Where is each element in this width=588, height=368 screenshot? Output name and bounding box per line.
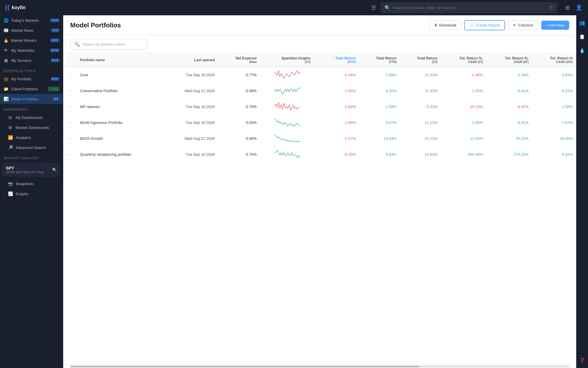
- total-return-1y: 12.43%: [400, 67, 441, 83]
- sidebar-item-market-dashboards[interactable]: › ⊞ Market Dashboards: [0, 122, 63, 132]
- security-analysis-box[interactable]: SPY SPDR S&P 500 ETF Trust 🔍: [2, 163, 61, 177]
- total-return-mtd: -2.27%: [314, 131, 359, 147]
- help-icon-button[interactable]: ❓: [578, 357, 586, 364]
- globe-icon: 🌐: [4, 18, 8, 23]
- row-actions[interactable]: ···: [63, 147, 76, 163]
- sidebar-item-my-portfolio[interactable]: 💼 My Portfolio MYP: [0, 74, 63, 84]
- document-icon-button[interactable]: 📋: [578, 33, 586, 41]
- portfolio-name[interactable]: Core: [76, 67, 163, 83]
- total-return-mtd: -1.68%: [314, 99, 359, 115]
- portfolio-tools-label: PORTFOLIO TOOLS: [0, 65, 63, 74]
- portfolio-search-input[interactable]: [82, 42, 143, 47]
- row-actions[interactable]: ···: [63, 83, 76, 99]
- search-icon: 🔍: [74, 42, 80, 47]
- total-return-mtd: -1.05%: [314, 83, 359, 99]
- add-new-button[interactable]: + Add New: [541, 21, 569, 30]
- sort-down-icon: ↓: [332, 56, 334, 60]
- security-search-icon[interactable]: 🔍: [52, 168, 57, 172]
- droplet-icon-button[interactable]: 💧: [578, 47, 586, 54]
- col-portfolio-name[interactable]: Portfolio name: [76, 53, 163, 67]
- sidebar-item-analytics[interactable]: › 📶 Analytics: [0, 132, 63, 142]
- badge-mys: MYS: [51, 59, 59, 62]
- right-icons-panel: 👥 📋 💧 ❓: [576, 15, 588, 368]
- people-icon-button[interactable]: 👥: [578, 19, 586, 27]
- create-report-label: Create Report: [476, 23, 500, 27]
- col-net-expense-ratio[interactable]: Net ExpenseRatio: [218, 53, 260, 67]
- portfolio-name[interactable]: 80/20 Growth: [76, 131, 163, 147]
- col-total-return-mtd[interactable]: ↓Total Return(MTD): [314, 53, 359, 67]
- sidebar-item-my-dashboards[interactable]: › ⊟ My Dashboards: [0, 112, 63, 122]
- sidebar-item-my-screens[interactable]: ▦ My Screens MYS: [0, 55, 63, 65]
- row-menu-button[interactable]: ···: [67, 135, 73, 142]
- col-sparkline-graphs[interactable]: Sparkline Graphs(1Y): [260, 53, 314, 67]
- col-total-return-ytd[interactable]: Total Return(YTD): [359, 53, 400, 67]
- total-return-ytd: 1.58%: [359, 99, 400, 115]
- sidebar-item-my-watchlists[interactable]: 👁 My Watchlists MYW: [0, 45, 63, 55]
- bar-chart-icon: 📶: [8, 135, 13, 140]
- chevron-right-icon: ›: [4, 126, 4, 129]
- sidebar-item-advanced-search[interactable]: › 🔎 Advanced Search: [0, 142, 63, 152]
- col-cagr-3y[interactable]: Tot. Return %,CAGR (3Y): [441, 53, 487, 67]
- total-return-1y: 15.45%: [400, 83, 441, 99]
- badge-mp: MP: [53, 97, 60, 101]
- cagr-5y: 35.52%: [487, 131, 532, 147]
- cagr-10y: 7.62%: [532, 115, 576, 131]
- col-cagr-5y[interactable]: Tot. Return %,CAGR (5Y): [487, 53, 532, 67]
- portfolio-search-bar[interactable]: 🔍: [70, 39, 147, 49]
- row-actions[interactable]: ···: [63, 99, 76, 115]
- sidebar-item-label: Market Dashboards: [16, 125, 49, 130]
- sidebar-item-client-portfolios[interactable]: 📁 Client Portfolios + New: [0, 84, 63, 94]
- col-total-return-1y[interactable]: Total Return(1Y): [400, 53, 441, 67]
- top-bar: ⟨⟨ koyfin ☰ 🔍 / ⊞ 👤: [0, 0, 588, 15]
- download-button[interactable]: ⬇ Download: [429, 20, 461, 30]
- global-search-bar[interactable]: 🔍 /: [381, 2, 557, 13]
- grid-icon-button[interactable]: ⊞: [564, 3, 571, 12]
- line-chart-icon: 📈: [8, 191, 13, 196]
- badge-mov: MOV: [51, 39, 59, 42]
- global-search-input[interactable]: [393, 6, 547, 10]
- report-icon: 📄: [470, 23, 474, 27]
- net-expense-ratio: 0.09%: [218, 83, 260, 99]
- row-menu-button[interactable]: ···: [67, 151, 73, 158]
- row-menu-button[interactable]: ···: [67, 88, 73, 94]
- horizontal-scrollbar[interactable]: [63, 364, 576, 368]
- col-cagr-10y[interactable]: Tot. Return %CAGR (10Y): [532, 53, 576, 67]
- col-last-opened[interactable]: Last opened: [163, 53, 218, 67]
- cagr-3y: 1.45%: [441, 83, 487, 99]
- portfolio-name[interactable]: MP sleeves: [76, 99, 163, 115]
- sidebar-item-label: Graphs: [16, 192, 28, 196]
- sidebar-item-model-portfolios[interactable]: 📊 Model Portfolios MP: [0, 94, 63, 104]
- user-icon-button[interactable]: 👤: [574, 3, 583, 12]
- table-search-row: 🔍: [63, 35, 576, 53]
- dashboards-label: DASHBOARDS: [0, 104, 63, 112]
- row-actions[interactable]: ···: [63, 131, 76, 147]
- portfolio-name[interactable]: 60/40 Agressive Portfolio: [76, 115, 163, 131]
- table-area[interactable]: Portfolio name Last opened Net ExpenseRa…: [63, 53, 576, 364]
- newspaper-icon: 📰: [4, 28, 8, 33]
- badge-top: TOP: [51, 29, 59, 32]
- row-menu-button[interactable]: ···: [67, 120, 73, 126]
- row-menu-button[interactable]: ···: [67, 72, 73, 78]
- columns-button[interactable]: ✏ Columns: [508, 20, 538, 30]
- sidebar-item-todays-markets[interactable]: 🌐 Today's Markets NOW: [0, 15, 63, 25]
- row-actions[interactable]: ···: [63, 115, 76, 131]
- grid-icon: ⊟: [8, 115, 13, 120]
- sidebar-item-market-movers[interactable]: 🔥 Market Movers MOV: [0, 35, 63, 45]
- sidebar-item-snapshots[interactable]: › 📷 Snapshots: [0, 179, 63, 189]
- row-actions[interactable]: ···: [63, 67, 76, 83]
- sidebar-item-graphs[interactable]: › 📈 Graphs: [0, 189, 63, 199]
- chart-icon: 📊: [4, 97, 8, 101]
- logo-text: koyfin: [12, 5, 26, 10]
- grid2-icon: ⊞: [8, 125, 13, 130]
- last-opened: Tue Sep 10 2024: [163, 115, 218, 131]
- badge-new: + New: [48, 87, 59, 91]
- row-menu-button[interactable]: ···: [67, 104, 73, 110]
- security-name: SPDR S&P 500 ETF Trust: [6, 170, 44, 174]
- create-report-button[interactable]: 📄 Create Report: [464, 20, 505, 30]
- sidebar-item-market-news[interactable]: 📰 Market News TOP: [0, 25, 63, 35]
- portfolio-name[interactable]: Quarterly rebalancing portfolio: [76, 147, 163, 163]
- scrollbar-thumb[interactable]: [70, 366, 420, 367]
- portfolio-name[interactable]: Conservative Portfolio: [76, 83, 163, 99]
- add-new-label: + Add New: [546, 23, 564, 27]
- menu-button[interactable]: ☰: [370, 3, 377, 12]
